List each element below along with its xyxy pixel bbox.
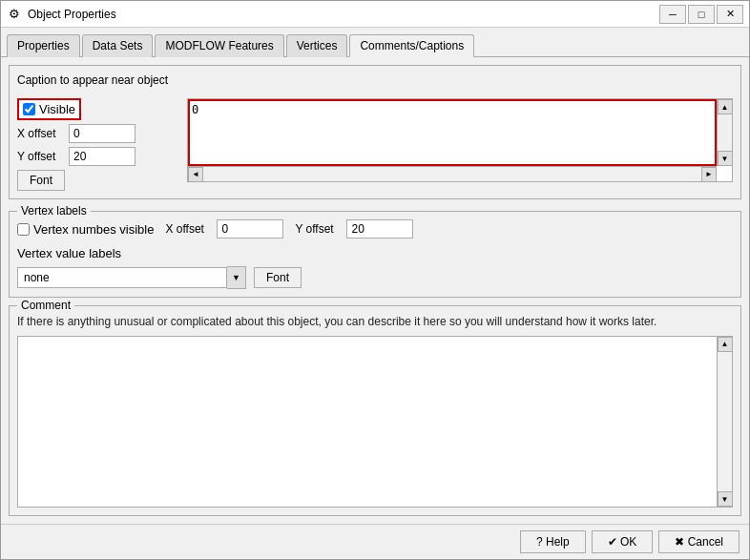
tab-modflow[interactable]: MODFLOW Features [155,34,283,57]
caption-font-button[interactable]: Font [17,170,65,191]
caption-scrollbar-v[interactable]: ▲ ▼ [717,99,732,166]
tab-comments[interactable]: Comments/Captions [349,34,474,57]
comment-scroll-up[interactable]: ▲ [718,337,733,352]
caption-left: Visible X offset Y offset Font [17,98,179,191]
window-title: Object Properties [28,8,654,21]
window-icon: ⚙ [7,7,22,22]
tab-content: Caption to appear near object Visible X … [1,56,749,524]
help-button[interactable]: ? Help [520,530,586,553]
comment-textarea[interactable] [18,337,717,507]
vertex-x-offset-input[interactable] [217,219,283,239]
y-offset-input[interactable] [69,147,135,166]
comment-legend: Comment [17,299,74,312]
y-offset-label: Y offset [17,150,65,163]
vertex-y-offset-input[interactable] [346,219,413,239]
tab-vertices[interactable]: Vertices [286,34,348,57]
comment-scrollbar-v[interactable]: ▲ ▼ [717,337,732,507]
comment-scroll-down[interactable]: ▼ [718,491,733,507]
main-window: ⚙ Object Properties ─ □ ✕ Properties Dat… [0,0,750,560]
caption-right: 0 ▲ ▼ ◄ ► [187,98,733,182]
bottom-bar: ? Help ✔ OK ✖ Cancel [1,524,749,559]
vertex-font-button[interactable]: Font [254,267,302,288]
vertex-dropdown[interactable] [17,267,227,288]
vertex-x-offset-row: X offset [165,219,283,239]
tabs-bar: Properties Data Sets MODFLOW Features Ve… [1,28,749,56]
vertex-legend: Vertex labels [17,204,91,218]
x-offset-label: X offset [17,127,65,140]
scroll-right-arrow[interactable]: ► [701,167,717,182]
scroll-left-arrow[interactable]: ◄ [188,167,203,182]
x-offset-row: X offset [17,124,179,143]
tab-datasets[interactable]: Data Sets [82,34,154,57]
vertex-row1: Vertex numbes visible X offset Y offset [17,219,733,239]
vertex-visible-checkbox[interactable] [17,223,30,236]
caption-section: Caption to appear near object Visible X … [9,65,741,199]
minimize-button[interactable]: ─ [659,5,686,24]
cancel-button[interactable]: ✖ Cancel [658,530,740,553]
maximize-button[interactable]: □ [688,5,715,24]
comment-description: If there is anything unusual or complica… [17,314,733,330]
comment-textarea-wrapper: ▲ ▼ [17,336,733,508]
title-bar: ⚙ Object Properties ─ □ ✕ [1,1,749,28]
caption-scrollbar-h[interactable]: ◄ ► [188,166,717,181]
caption-textarea-container: 0 ▲ ▼ ◄ ► [187,98,733,182]
vertex-controls-row: ▼ Font [17,266,733,289]
title-controls: ─ □ ✕ [659,5,743,24]
vertex-value-label: Vertex value labels [17,246,121,260]
vertex-numbers-label: Vertex numbes visible [33,222,154,237]
dropdown-wrapper: ▼ [17,266,246,289]
y-offset-row: Y offset [17,147,179,166]
vertex-section: Vertex labels Vertex numbes visible X of… [9,211,741,298]
scroll-down-arrow[interactable]: ▼ [718,151,733,166]
comment-section: Comment If there is anything unusual or … [9,305,741,516]
x-offset-input[interactable] [69,124,135,143]
vertex-value-row: Vertex value labels [17,246,733,260]
vertex-y-offset-label: Y offset [295,222,343,236]
close-button[interactable]: ✕ [717,5,743,24]
scroll-up-arrow[interactable]: ▲ [718,99,733,114]
caption-title: Caption to appear near object [17,73,733,87]
caption-textarea[interactable]: 0 [188,99,717,166]
vertex-x-offset-label: X offset [165,222,213,236]
visible-checkbox-row: Visible [17,98,81,120]
caption-row: Visible X offset Y offset Font 0 [17,98,733,191]
vertex-check-row: Vertex numbes visible [17,222,154,237]
visible-checkbox[interactable] [23,103,35,115]
vertex-y-offset-row: Y offset [295,219,413,239]
dropdown-arrow-button[interactable]: ▼ [227,266,246,289]
ok-button[interactable]: ✔ OK [592,530,654,553]
tab-properties[interactable]: Properties [7,34,80,57]
visible-label: Visible [39,102,75,116]
